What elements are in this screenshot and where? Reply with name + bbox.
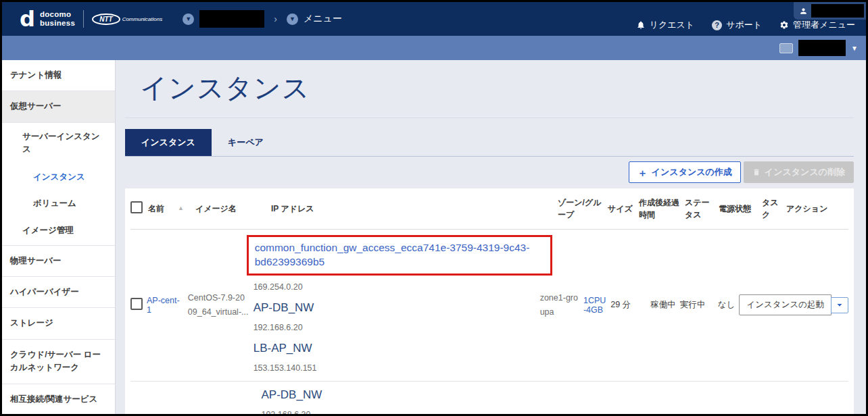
redacted-tenant-name[interactable]: [798, 40, 846, 56]
column-header-ip[interactable]: IP アドレス: [271, 203, 558, 215]
column-header-status[interactable]: ステータス: [685, 197, 719, 221]
ntt-communications-logo: NTT Communications: [92, 14, 162, 25]
create-instance-button[interactable]: ＋ インスタンスの作成: [629, 161, 741, 183]
action-dropdown-button[interactable]: [831, 297, 848, 313]
page-title: インスタンス: [140, 70, 854, 107]
power-state-value: 実行中: [680, 299, 718, 311]
ntt-oval-wordmark: NTT: [92, 14, 120, 25]
column-header-name[interactable]: 名前: [148, 203, 178, 215]
instance-row: AP-cent-1 CentOS-7.9-2009_64_virtual-...…: [130, 230, 848, 382]
tenant-icon: [779, 43, 793, 53]
header-nav-right: リクエスト ? サポート 管理者メニュー: [636, 19, 855, 31]
zone-group-value: zone1-groupa: [527, 411, 573, 414]
sidebar-item-tenant-info[interactable]: テナント情報: [2, 60, 115, 91]
table-toolbar: ＋ インスタンスの作成 インスタンスの削除: [125, 161, 854, 183]
tab-instances[interactable]: インスタンス: [125, 129, 212, 156]
image-name: CentOS-7.9-2009_64_virtual-...: [188, 291, 254, 320]
support-label: サポート: [726, 19, 762, 31]
workspace-breadcrumb: ▼ › ▼ メニュー: [183, 10, 342, 28]
admin-menu-label: 管理者メニュー: [793, 19, 855, 31]
ip-entry: common_function_gw_access_ecca741e-3759-…: [254, 235, 536, 292]
sidebar-item-interconnect-related-services[interactable]: 相互接続/関連サービス: [2, 384, 115, 415]
row-checkbox-cell: [130, 298, 147, 312]
instance-row: AP-cent-2 CentOS-7.9-2009_64_virtual-...…: [130, 382, 848, 414]
chevron-down-circle-icon[interactable]: ▼: [287, 14, 298, 25]
breadcrumb-separator-icon: ›: [274, 14, 277, 24]
tab-bar: インスタンス キーペア: [125, 129, 854, 157]
instances-table: 名前 ▲ イメージ名 IP アドレス ゾーン/グループ サイズ 作成後経過時間 …: [125, 188, 854, 414]
network-link[interactable]: AP-DB_NW: [254, 301, 314, 315]
column-header-action: アクション: [786, 203, 848, 215]
app-window: d docomo business NTT Communications ▼ ›…: [0, 0, 868, 416]
content-area: テナント情報 仮想サーバー サーバーインスタンス インスタンス ボリューム イメ…: [2, 60, 866, 414]
ntt-sub-wordmark: Communications: [122, 16, 163, 22]
top-header-bar: d docomo business NTT Communications ▼ ›…: [2, 2, 866, 36]
sidebar-item-storage[interactable]: ストレージ: [2, 308, 115, 339]
size-link[interactable]: 1CPU-4GB: [583, 296, 606, 315]
chevron-down-icon[interactable]: ▼: [851, 45, 858, 52]
launch-instance-button[interactable]: インスタンスの起動: [739, 294, 831, 315]
column-header-task[interactable]: タスク: [762, 197, 786, 221]
sidebar-item-instance[interactable]: インスタンス: [2, 164, 115, 190]
support-button[interactable]: ? サポート: [712, 19, 762, 31]
chevron-down-circle-icon[interactable]: ▼: [183, 14, 194, 25]
status-value: 稼働中: [650, 299, 680, 311]
request-label: リクエスト: [650, 19, 695, 31]
ip-entry: AP-DB_NW 192.168.6.20: [254, 300, 536, 332]
sidebar-item-image-management[interactable]: イメージ管理: [2, 217, 115, 244]
user-icon: [799, 7, 808, 16]
select-all-cell: [130, 201, 148, 217]
elapsed-time-value: 29 分: [610, 299, 650, 311]
column-header-zone-group[interactable]: ゾーン/グループ: [558, 197, 608, 221]
column-header-size[interactable]: サイズ: [608, 203, 639, 215]
create-instance-label: インスタンスの作成: [652, 166, 732, 178]
sidebar-item-hypervisor[interactable]: ハイパーバイザー: [2, 277, 115, 308]
docomo-d-logo-icon: d: [20, 8, 35, 30]
redacted-user-name: [811, 4, 864, 18]
delete-instance-button-disabled[interactable]: インスタンスの削除: [744, 161, 854, 183]
column-header-power-state[interactable]: 電源状態: [719, 203, 762, 215]
admin-menu-button[interactable]: 管理者メニュー: [779, 19, 855, 31]
redacted-workspace-name[interactable]: [199, 10, 264, 28]
sidebar-item-virtual-server[interactable]: 仮想サーバー: [2, 91, 115, 122]
brand-divider: [83, 10, 84, 28]
table-header-row: 名前 ▲ イメージ名 IP アドレス ゾーン/グループ サイズ 作成後経過時間 …: [130, 188, 848, 230]
sort-ascending-icon[interactable]: ▲: [178, 204, 195, 213]
ip-entry: AP-DB_NW 192.168.6.30: [261, 387, 522, 414]
user-account-chip[interactable]: [794, 2, 866, 20]
ip-address: 192.168.6.30: [261, 410, 522, 414]
sidebar-item-physical-server[interactable]: 物理サーバー: [2, 245, 115, 277]
column-header-elapsed-time[interactable]: 作成後経過時間: [639, 197, 685, 221]
column-header-image[interactable]: イメージ名: [195, 203, 271, 215]
network-link[interactable]: LB-AP_NW: [254, 342, 312, 355]
network-link[interactable]: AP-DB_NW: [261, 388, 322, 402]
sidebar-item-volume[interactable]: ボリューム: [2, 190, 115, 217]
menu-button[interactable]: メニュー: [304, 13, 342, 25]
ip-address-cell: AP-DB_NW 192.168.6.30 LB-AP_NW 153.153.1…: [261, 387, 526, 414]
size-cell: 1CPU-4GB: [583, 296, 610, 315]
brand-logo: d docomo business NTT Communications: [20, 8, 162, 30]
instance-name-cell: AP-cent-1: [147, 296, 188, 315]
plus-icon: ＋: [637, 167, 648, 178]
docomo-business-wordmark: docomo business: [40, 10, 75, 27]
tab-keypairs[interactable]: キーペア: [212, 129, 280, 156]
network-link[interactable]: common_function_gw_access_ecca741e-3759-…: [255, 241, 544, 269]
sidebar-item-cloud-server-local-network[interactable]: クラウド/サーバー ローカルネットワーク: [2, 340, 115, 384]
zone-group-value: zone1-groupa: [540, 291, 583, 320]
title-divider: [125, 118, 854, 118]
ip-entry: LB-AP_NW 153.153.140.151: [254, 340, 536, 373]
ip-address: 153.153.140.151: [254, 363, 536, 373]
request-button[interactable]: リクエスト: [636, 19, 695, 31]
row-checkbox[interactable]: [130, 298, 143, 310]
task-value: なし: [718, 299, 740, 311]
tenant-selector-bar: ▼: [2, 36, 866, 60]
action-cell: インスタンスの起動: [739, 294, 848, 315]
ip-address: 169.254.0.20: [254, 282, 536, 292]
instance-name-link[interactable]: AP-cent-1: [147, 296, 180, 315]
chevron-down-icon: [836, 302, 843, 309]
question-icon: ?: [712, 20, 722, 30]
select-all-checkbox[interactable]: [130, 201, 143, 213]
sidebar-item-server-instance[interactable]: サーバーインスタンス: [2, 123, 115, 164]
delete-instance-label: インスタンスの削除: [765, 166, 845, 178]
sidebar-nav: テナント情報 仮想サーバー サーバーインスタンス インスタンス ボリューム イメ…: [2, 60, 116, 414]
